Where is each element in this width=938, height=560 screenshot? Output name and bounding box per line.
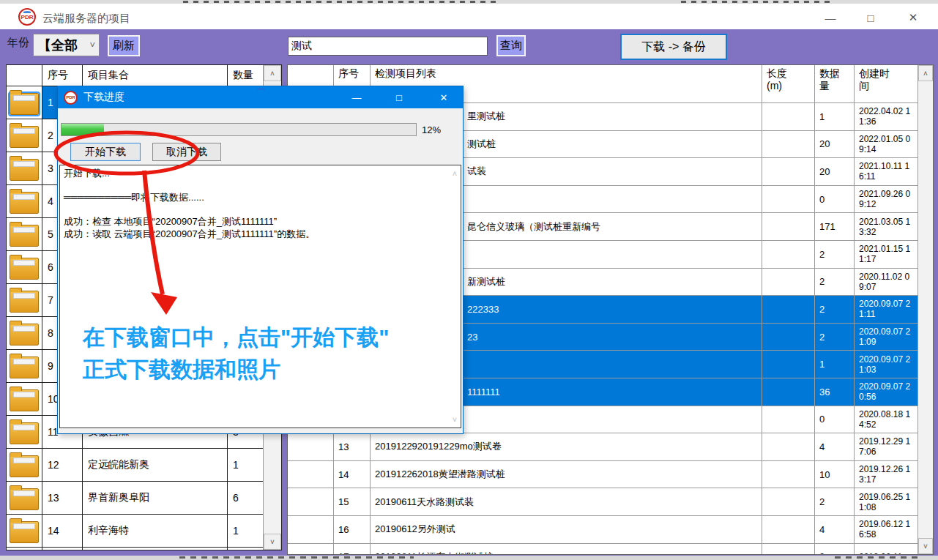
query-button[interactable]: 查询 [496, 35, 526, 56]
scroll-down-icon[interactable]: ˅ [264, 534, 281, 550]
refresh-button[interactable]: 刷新 [108, 35, 140, 56]
title-bar: PDR 云端服务器的项目 — □ ✕ [0, 4, 938, 29]
folder-cell [7, 383, 42, 415]
year-dropdown-value: 【全部 [34, 37, 89, 54]
row-num: 17 [334, 544, 371, 556]
table-row[interactable]: 15 [7, 548, 281, 550]
folder-icon [10, 225, 39, 247]
scroll-down-icon[interactable]: ˅ [449, 414, 461, 425]
table-row[interactable]: 1620190612另外测试42019.06.12 16:58 [288, 516, 933, 544]
item-qty: 4 [815, 516, 855, 543]
folder-cell [7, 218, 42, 250]
right-header-length: 长度 (m) [762, 65, 815, 102]
item-qty: 2 [815, 241, 855, 268]
folder-icon [10, 192, 39, 214]
cancel-download-button[interactable]: 取消下载 [152, 143, 221, 161]
folder-cell [7, 284, 42, 316]
row-icon-cell [288, 544, 334, 556]
project-qty: 1 [228, 515, 264, 547]
item-qty: 2 [815, 296, 855, 323]
item-created: 2019.06.25 11:08 [855, 488, 919, 515]
scroll-down-icon[interactable]: ˅ [918, 538, 933, 554]
left-table-header: 序号 项目集合 数量 [7, 65, 281, 86]
app-window: PDR 云端服务器的项目 — □ ✕ 年份 【全部 ˅ 刷新 查询 下载 -> … [0, 0, 938, 560]
folder-cell [7, 185, 42, 217]
download-backup-button[interactable]: 下载 -> 备份 [620, 34, 727, 60]
item-length [762, 461, 815, 488]
progress-bar-fill [62, 124, 104, 135]
download-log[interactable]: 开始下载... ══════════即将下载数据...... 成功：检查 本地项… [59, 165, 461, 428]
item-length [762, 406, 815, 433]
scroll-up-icon[interactable]: ˄ [449, 168, 461, 179]
item-length [762, 378, 815, 406]
item-created: 2021.01.15 11:17 [855, 241, 919, 268]
table-row[interactable]: 1720190611长江东大街测试桩22019.06.11 [288, 544, 933, 556]
background-window-sliver-bottom [0, 556, 938, 560]
project-qty [228, 548, 264, 550]
item-name: 20190611长江东大街测试桩 [371, 544, 762, 556]
table-row[interactable]: 14201912262018黄望潜路测试桩102019.12.26 13:17 [288, 461, 933, 489]
background-artifact [183, 1, 498, 3]
close-button[interactable]: ✕ [901, 9, 926, 26]
start-download-button[interactable]: 开始下载 [70, 143, 141, 161]
search-input[interactable] [288, 37, 488, 56]
table-row[interactable]: 13界首新奥阜阳6 [7, 482, 281, 515]
table-row[interactable]: 12定远皖能新奥1 [7, 449, 281, 482]
app-logo-icon: PDR [64, 91, 78, 105]
item-length [762, 186, 815, 213]
table-row[interactable]: 14利辛海特1 [7, 515, 281, 548]
progress-percent-label: 12% [422, 124, 441, 135]
item-created: 2021.03.05 13:32 [855, 213, 919, 240]
folder-icon [10, 291, 39, 313]
minimize-button[interactable]: — [818, 9, 843, 26]
left-header-icon-col [7, 65, 42, 86]
item-name: 201912262018黄望潜路测试桩 [371, 461, 762, 488]
item-length [762, 296, 815, 323]
folder-cell [7, 482, 42, 514]
item-name: 20190611天水路测试装 [371, 488, 762, 515]
folder-cell [7, 350, 42, 382]
item-created: 2019.06.12 16:58 [855, 516, 919, 543]
project-qty: 1 [228, 449, 264, 481]
item-created: 2020.09.07 21:03 [855, 351, 919, 378]
item-created: 2019.12.26 13:17 [855, 461, 919, 488]
dialog-close-button[interactable]: ✕ [430, 86, 458, 108]
scroll-up-icon[interactable]: ˄ [918, 65, 933, 81]
item-qty: 4 [815, 433, 855, 460]
item-qty: 2 [815, 324, 855, 351]
right-header-created: 创建时 间 [855, 65, 919, 102]
row-icon-cell [288, 488, 334, 515]
right-table-scrollbar[interactable]: ˄ ˅ [917, 65, 933, 554]
item-length [762, 433, 815, 460]
maximize-button[interactable]: □ [858, 9, 883, 26]
left-header-qty: 数量 [228, 65, 264, 86]
item-qty: 36 [815, 378, 855, 406]
folder-icon [10, 521, 39, 543]
item-length [762, 131, 815, 158]
left-header-name: 项目集合 [83, 65, 228, 86]
item-created: 2022.04.02 11:36 [855, 103, 919, 130]
folder-icon [10, 455, 39, 477]
table-row[interactable]: 132019122920191229mo测试卷42019.12.29 17:06 [288, 433, 933, 461]
item-qty: 1 [815, 351, 855, 378]
item-qty: 20 [815, 131, 855, 158]
folder-icon [10, 93, 39, 115]
item-length [762, 158, 815, 185]
project-qty: 6 [228, 482, 264, 514]
folder-icon [10, 258, 39, 280]
project-name: 界首新奥阜阳 [83, 482, 228, 514]
background-artifact [835, 556, 923, 559]
dialog-minimize-button[interactable]: — [343, 86, 371, 108]
folder-icon [10, 324, 39, 346]
scroll-up-icon[interactable]: ˄ [264, 65, 281, 81]
item-length [762, 516, 815, 543]
item-created: 2022.01.05 09:14 [855, 131, 919, 158]
year-dropdown[interactable]: 【全部 ˅ [33, 34, 100, 56]
folder-icon [10, 159, 39, 181]
item-created: 2021.09.26 09:12 [855, 186, 919, 213]
item-length [762, 544, 815, 556]
item-created: 2019.12.29 17:06 [855, 433, 919, 460]
chevron-down-icon: ˅ [89, 40, 99, 51]
table-row[interactable]: 1520190611天水路测试装22019.06.25 11:08 [288, 488, 933, 516]
dialog-maximize-button[interactable]: □ [385, 86, 413, 108]
